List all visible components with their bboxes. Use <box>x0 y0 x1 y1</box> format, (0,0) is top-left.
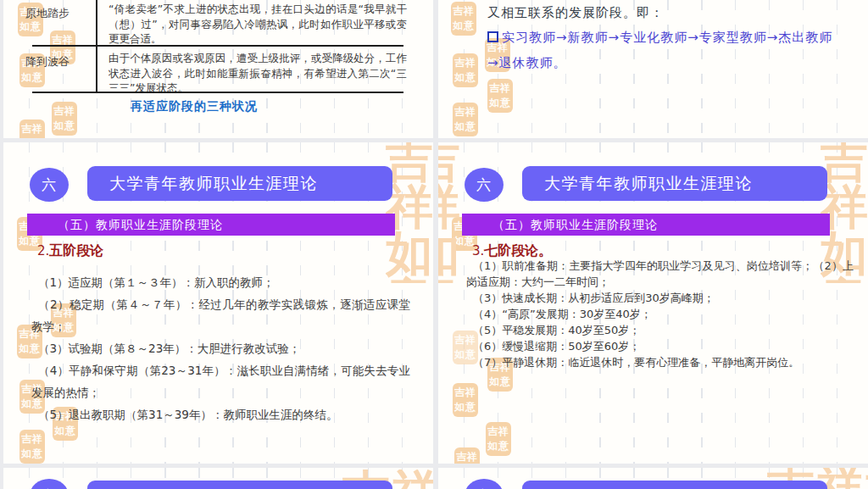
section-number-badge: 六 <box>465 168 504 202</box>
stage-list: （1）职前准备期：主要指大学四年的职业学习及见习、岗位培训等；（2）上岗适应期：… <box>466 258 854 370</box>
stage-chain-text: 实习教师→新教师→专业化教师→专家型教师→杰出教师 <box>502 30 832 45</box>
list-item: （3）试验期（第８～23年）：大胆进行教改试验； <box>31 337 410 359</box>
seal-watermark-icon: 吉祥如意 <box>487 79 513 113</box>
subsection-banner: （五）教师职业生涯阶段理论 <box>27 214 395 236</box>
list-heading-number: 3. <box>472 243 484 258</box>
table-row-label: 原地踏步 <box>22 6 73 20</box>
seal-watermark-icon: 吉祥如意 <box>453 53 478 87</box>
list-heading-text: 五阶段论 <box>49 242 103 258</box>
list-item: （4）“高原”发展期：30岁至40岁； <box>466 306 854 322</box>
slide-thumbnail-top-right[interactable]: 吉祥如意 吉祥如意 吉祥如意 吉祥如意 吉祥如意 又相互联系的发展阶段。即： 实… <box>438 0 868 138</box>
list-heading-number: 2. <box>37 243 49 258</box>
list-heading: 2.五阶段论 <box>37 242 103 260</box>
table-caption: 再适应阶段的三种状况 <box>131 99 258 114</box>
table-border <box>32 92 403 93</box>
slide-thumbnail-bottom-right[interactable]: 吉祥如意 六 <box>438 468 868 489</box>
list-item: （1）职前准备期：主要指大学四年的职业学习及见习、岗位培训等；（2）上岗适应期：… <box>466 258 854 290</box>
slide-thumbnail-mid-left[interactable]: 吉祥如意 吉祥如意 吉祥如意 吉祥如意 吉祥如意 吉祥如意 吉祥如意 六 大学青… <box>3 142 433 464</box>
slide-title-bar: 大学青年教师职业生涯理论 <box>87 166 392 201</box>
list-item: （5）平稳发展期：40岁至50岁； <box>466 322 854 338</box>
list-item: （3）快速成长期：从初步适应后到30岁高峰期； <box>466 290 854 306</box>
table-cell-text: “倚老卖老”不求上进的状态出现，挂在口头边的话是“我早就干（想）过”，对同事容易… <box>108 2 407 47</box>
slide-thumbnail-bottom-left[interactable]: 吉祥如意 六 <box>3 468 433 489</box>
seal-watermark-icon: 吉祥如意 <box>19 430 45 464</box>
seal-watermark-icon: 吉祥如意 <box>19 119 45 138</box>
stage-chain-line: 实习教师→新教师→专业化教师→专家型教师→杰出教师 <box>487 30 832 46</box>
list-item: （6）缓慢退缩期：50岁至60岁； <box>466 338 854 354</box>
list-heading-text: 七阶段论。 <box>484 242 552 258</box>
seal-watermark-icon: 吉祥如意 <box>451 2 476 36</box>
slide-thumbnail-mid-right[interactable]: 吉祥如意 吉祥如意 吉祥如意 吉祥如意 吉祥如意 吉祥如意 吉祥如意 吉祥如意 … <box>438 142 868 464</box>
list-item: （4）平静和保守期（第23～31年）：滋长职业自满情绪，可能失去专业发展的热情； <box>31 359 410 403</box>
section-number-badge: 六 <box>30 168 69 202</box>
seal-watermark-icon: 吉祥如意 <box>52 102 77 136</box>
seal-watermark-icon: 吉祥如意 <box>486 422 511 456</box>
section-number-badge: 六 <box>30 479 69 489</box>
seal-watermark-icon: 吉祥如意 <box>453 383 478 417</box>
seal-watermark-large-icon: 吉祥如意 <box>386 142 433 283</box>
seal-watermark-large-icon: 吉祥如意 <box>438 142 462 283</box>
section-number-badge: 六 <box>465 479 504 489</box>
list-item: （2）稳定期（第４～７年）：经过几年的教学实践锻炼，逐渐适应课堂教学； <box>31 293 410 337</box>
list-item: （7）平静退休期：临近退休时，要有心理准备，平静地离开岗位。 <box>466 354 854 370</box>
subsection-banner: （五）教师职业生涯阶段理论 <box>462 214 830 236</box>
body-text-line: 又相互联系的发展阶段。即： <box>487 5 664 21</box>
table-cell-text: 由于个体原因或客观原因，遭受上级批评，或受降级处分，工作状态进入波谷，此时如能重… <box>108 51 407 96</box>
stage-chain-line: →退休教师。 <box>487 55 567 71</box>
square-bullet-icon <box>487 31 498 42</box>
seal-watermark-icon: 吉祥如意 <box>454 447 480 464</box>
stage-list: （1）适应期（第１～３年）：新入职的教师； （2）稳定期（第４～７年）：经过几年… <box>31 271 410 425</box>
slide-thumbnail-top-left[interactable]: 吉祥如意 吉祥如意 吉祥如意 吉祥如意 吉祥如意 原地踏步 “倚老卖老”不求上进… <box>3 0 433 138</box>
table-border <box>32 45 403 47</box>
seal-watermark-icon: 吉祥如意 <box>453 103 478 136</box>
table-border <box>96 0 97 92</box>
slide-title-bar: 大学青年教师职业生涯理论 <box>522 166 827 201</box>
slide-title-bar <box>87 481 392 489</box>
table-row-label: 降到波谷 <box>22 54 73 69</box>
list-item: （1）适应期（第１～３年）：新入职的教师； <box>31 271 410 293</box>
list-item: （5）退出教职期（第31～39年）：教师职业生涯的终结。 <box>31 403 410 425</box>
slide-title-bar <box>522 481 827 489</box>
